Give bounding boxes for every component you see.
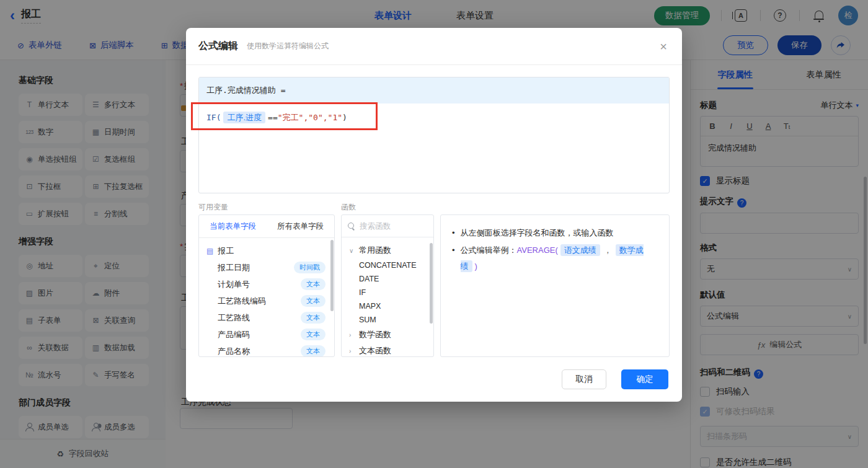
group-text-functions[interactable]: › 文本函数: [342, 343, 433, 357]
screen: ‹ 报工 表单设计 表单设置 数据管理 A ? 检 ⊘ 表单外链 ⊠ 后端脚本 …: [0, 0, 868, 468]
bullet-icon: •: [452, 242, 455, 258]
document-icon: ▤: [206, 247, 213, 255]
function-item[interactable]: CONCATENATE: [342, 258, 433, 272]
variable-item[interactable]: 工艺路线编码文本: [199, 293, 334, 309]
confirm-button[interactable]: 确定: [621, 369, 668, 389]
function-item[interactable]: SUM: [342, 313, 433, 327]
formula-editor: 工序.完成情况辅助 = IF(工序.进度=="完工","0","1"): [198, 77, 670, 193]
formula-edit-modal: 公式编辑 使用数学运算符编辑公式 × 工序.完成情况辅助 = IF(工序.进度=…: [186, 28, 682, 402]
formula-function-token: IF(: [206, 113, 221, 122]
formula-input-area[interactable]: IF(工序.进度=="完工","0","1"): [199, 104, 669, 132]
formula-variable-chip[interactable]: 工序.进度: [223, 112, 265, 123]
functions-scrollbar[interactable]: [430, 243, 433, 324]
formula-close-paren: ): [342, 113, 347, 122]
variable-item[interactable]: 报工日期时间戳: [199, 259, 334, 276]
type-badge: 文本: [301, 278, 326, 290]
variable-item[interactable]: 产品编码文本: [199, 326, 334, 343]
function-search-input[interactable]: [360, 222, 427, 231]
group-math-functions[interactable]: › 数学函数: [342, 327, 433, 343]
caret-open-icon: ∨: [349, 247, 355, 254]
modal-title: 公式编辑: [198, 40, 238, 53]
tab-current-form-fields[interactable]: 当前表单字段: [199, 215, 267, 237]
search-icon: [348, 223, 355, 229]
help-line-1: • 从左侧面板选择字段名和函数，或输入函数: [452, 225, 658, 241]
modal-subtitle: 使用数学运算符编辑公式: [247, 41, 329, 51]
help-panel: • 从左侧面板选择字段名和函数，或输入函数 • 公式编辑举例：AVERAGE(语…: [440, 214, 670, 357]
variable-item[interactable]: 产品名称文本: [199, 343, 334, 357]
example-function-name: AVERAGE(: [517, 245, 558, 255]
type-badge: 时间戳: [294, 262, 326, 273]
tab-all-form-fields[interactable]: 所有表单字段: [267, 215, 334, 237]
functions-section-label: 函数: [341, 202, 356, 213]
caret-closed-icon: ›: [349, 348, 355, 355]
variable-item[interactable]: 计划单号文本: [199, 276, 334, 293]
variables-panel: 当前表单字段 所有表单字段 ▤ 报工 报工日期时间戳 计划单号文本 工艺路线编码…: [198, 214, 335, 357]
cancel-button[interactable]: 取消: [562, 369, 606, 389]
function-item[interactable]: DATE: [342, 272, 433, 286]
functions-tree: ∨ 常用函数 CONCATENATE DATE IF MAPX SUM › 数学…: [342, 237, 433, 357]
variables-scrollbar[interactable]: [330, 240, 334, 311]
type-badge: 文本: [301, 329, 326, 340]
modal-header: 公式编辑 使用数学运算符编辑公式 ×: [186, 28, 682, 65]
formula-string-tokens: "完工","0","1": [278, 113, 342, 122]
functions-panel: ∨ 常用函数 CONCATENATE DATE IF MAPX SUM › 数学…: [341, 214, 434, 357]
example-chip: 语文成绩: [560, 244, 600, 256]
close-icon[interactable]: ×: [660, 40, 667, 53]
formula-operator-token: ==: [268, 113, 278, 122]
variables-root-node[interactable]: ▤ 报工: [199, 243, 334, 259]
formula-target: 工序.完成情况辅助 =: [199, 77, 669, 104]
group-common-functions[interactable]: ∨ 常用函数: [342, 242, 433, 258]
variables-tree: ▤ 报工 报工日期时间戳 计划单号文本 工艺路线编码文本 工艺路线文本 产品编码…: [199, 238, 334, 357]
variables-section-label: 可用变量: [198, 202, 228, 213]
type-badge: 文本: [301, 312, 326, 324]
function-item[interactable]: IF: [342, 286, 433, 299]
function-item[interactable]: MAPX: [342, 299, 433, 313]
variable-item[interactable]: 工艺路线文本: [199, 309, 334, 326]
type-badge: 文本: [301, 295, 326, 307]
function-search: [342, 215, 433, 237]
variables-tabs: 当前表单字段 所有表单字段: [199, 215, 334, 238]
help-line-2: • 公式编辑举例：AVERAGE(语文成绩，数学成绩): [452, 242, 658, 275]
bullet-icon: •: [452, 225, 455, 241]
caret-closed-icon: ›: [349, 332, 355, 338]
modal-footer: 取消 确定: [562, 369, 668, 389]
type-badge: 文本: [301, 345, 326, 357]
